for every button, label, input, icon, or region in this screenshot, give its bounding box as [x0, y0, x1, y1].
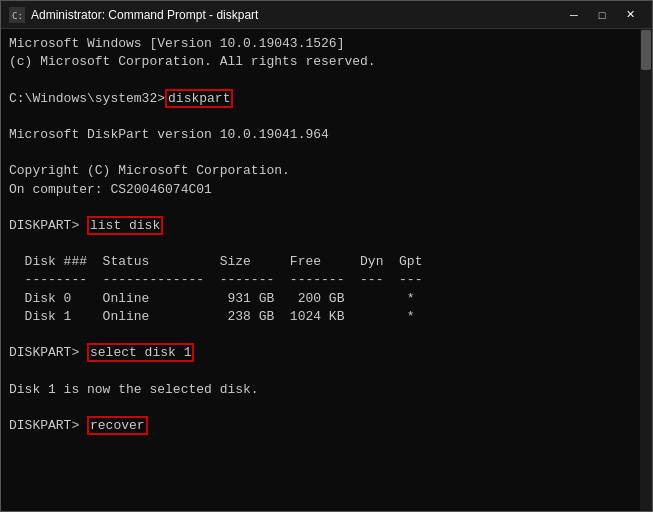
- close-button[interactable]: ✕: [616, 5, 644, 25]
- highlighted-command: select disk 1: [87, 343, 194, 362]
- terminal-line: DISKPART> list disk: [9, 217, 644, 235]
- highlighted-command: diskpart: [165, 89, 233, 108]
- terminal-line: [9, 71, 644, 89]
- terminal-line: On computer: CS20046074C01: [9, 181, 644, 199]
- scrollbar[interactable]: [640, 29, 652, 511]
- terminal-line: [9, 144, 644, 162]
- terminal-line: [9, 108, 644, 126]
- scrollbar-thumb[interactable]: [641, 30, 651, 70]
- highlighted-command: recover: [87, 416, 148, 435]
- minimize-button[interactable]: ─: [560, 5, 588, 25]
- terminal-line: Disk 1 is now the selected disk.: [9, 381, 644, 399]
- terminal-line: DISKPART> select disk 1: [9, 344, 644, 362]
- cmd-icon: C:: [9, 7, 25, 23]
- title-bar: C: Administrator: Command Prompt - diskp…: [1, 1, 652, 29]
- maximize-button[interactable]: □: [588, 5, 616, 25]
- terminal-line: Disk 1 Online 238 GB 1024 KB *: [9, 308, 644, 326]
- title-bar-left: C: Administrator: Command Prompt - diskp…: [9, 7, 258, 23]
- terminal-line: Microsoft Windows [Version 10.0.19043.15…: [9, 35, 644, 53]
- terminal-line: Disk 0 Online 931 GB 200 GB *: [9, 290, 644, 308]
- terminal-line: C:\Windows\system32>diskpart: [9, 90, 644, 108]
- terminal-line: [9, 326, 644, 344]
- terminal-line: [9, 399, 644, 417]
- svg-text:C:: C:: [12, 11, 23, 21]
- terminal-line: (c) Microsoft Corporation. All rights re…: [9, 53, 644, 71]
- cmd-window: C: Administrator: Command Prompt - diskp…: [0, 0, 653, 512]
- terminal-line: [9, 199, 644, 217]
- terminal-line: [9, 235, 644, 253]
- terminal-line: -------- ------------- ------- ------- -…: [9, 271, 644, 289]
- terminal-body[interactable]: Microsoft Windows [Version 10.0.19043.15…: [1, 29, 652, 511]
- terminal-line: Microsoft DiskPart version 10.0.19041.96…: [9, 126, 644, 144]
- window-controls: ─ □ ✕: [560, 5, 644, 25]
- highlighted-command: list disk: [87, 216, 163, 235]
- terminal-line: [9, 362, 644, 380]
- window-title: Administrator: Command Prompt - diskpart: [31, 8, 258, 22]
- terminal-content: Microsoft Windows [Version 10.0.19043.15…: [9, 35, 644, 435]
- terminal-line: Disk ### Status Size Free Dyn Gpt: [9, 253, 644, 271]
- terminal-line: DISKPART> recover: [9, 417, 644, 435]
- terminal-line: Copyright (C) Microsoft Corporation.: [9, 162, 644, 180]
